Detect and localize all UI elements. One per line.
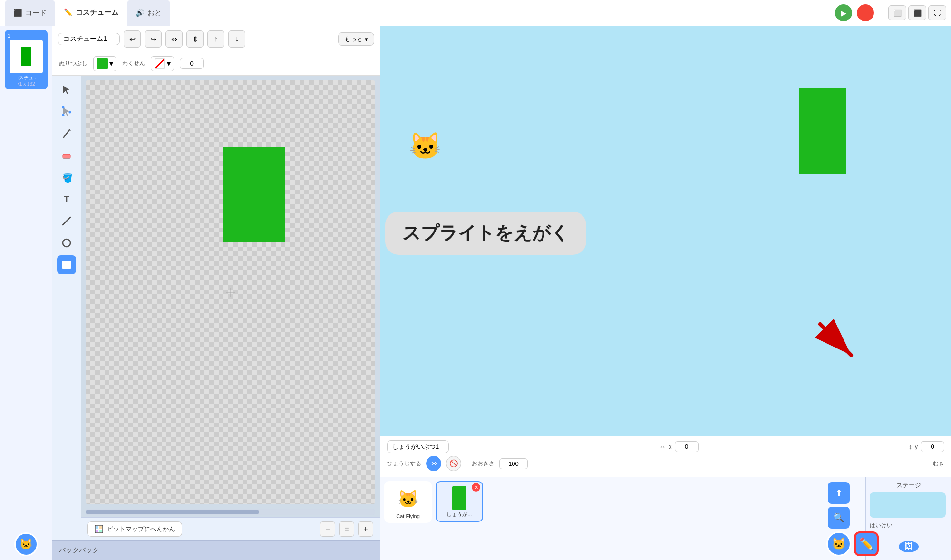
sprite-name-input[interactable] — [387, 440, 449, 453]
layout-split-button[interactable]: ⬜ — [888, 5, 906, 20]
add-costume-button[interactable]: 🐱 — [14, 532, 38, 556]
tools-sidebar: 🪣 T — [52, 76, 81, 540]
vis-label: ひょうじする — [387, 460, 421, 468]
canvas-bottom-bar: ビットマップにへんかん − = + — [81, 517, 380, 540]
sprite-card-obstacle[interactable]: ✕ しょうが... — [436, 481, 483, 522]
costume-item[interactable]: 1 コスチュ... 71 x 132 — [5, 30, 48, 89]
flip-v-button[interactable]: ⇕ — [186, 30, 204, 48]
svg-rect-17 — [99, 526, 102, 529]
sound-icon: 🔊 — [136, 9, 145, 17]
bottom-sprite-area: 🐱 Cat Flying ✕ しょうが... ⬆ 🔍 — [380, 477, 951, 560]
stage-thumb[interactable] — [870, 492, 946, 518]
stroke-icon — [154, 58, 165, 69]
fill-color-swatch — [97, 58, 108, 69]
sprite-card-cat[interactable]: 🐱 Cat Flying — [384, 481, 432, 523]
tab-sound-label: おと — [147, 9, 162, 18]
stroke-color-button[interactable]: ▾ — [151, 56, 174, 71]
canvas-inner[interactable] — [86, 80, 375, 504]
move-up-button[interactable]: ↑ — [207, 30, 224, 48]
sprite-cat-name: Cat Flying — [396, 513, 420, 519]
callout-bubble: スプライトをえがく — [385, 212, 586, 255]
add-sprite-button[interactable]: 🐱 — [826, 531, 851, 556]
costume-thumbnail — [10, 40, 43, 73]
circle-tool[interactable] — [57, 233, 76, 252]
svg-text:🪣: 🪣 — [62, 173, 72, 183]
costume-number: 1 — [8, 33, 10, 39]
fill-color-button[interactable]: ▾ — [93, 56, 116, 71]
canvas-area: ビットマップにへんかん − = + — [81, 76, 380, 540]
fill-tool[interactable]: 🪣 — [57, 168, 76, 187]
text-tool[interactable]: T — [57, 190, 76, 209]
bitmap-convert-button[interactable]: ビットマップにへんかん — [87, 521, 182, 537]
green-flag-button[interactable] — [835, 4, 852, 21]
green-rect-drawing — [223, 147, 285, 242]
tab-costume-label: コスチューム — [76, 8, 118, 17]
svg-rect-7 — [63, 154, 70, 158]
hide-sprite-button[interactable]: 🚫 — [446, 456, 461, 471]
coord-group-y: ↕ y — [909, 441, 944, 452]
edit-sprite-button[interactable]: ✏️ — [854, 531, 879, 556]
show-sprite-button[interactable]: 👁 — [426, 456, 441, 471]
eraser-tool[interactable] — [57, 146, 76, 165]
y-value-input[interactable] — [921, 441, 944, 452]
svg-line-10 — [63, 217, 70, 225]
svg-rect-19 — [99, 530, 102, 532]
svg-rect-18 — [96, 530, 98, 532]
x-value-input[interactable] — [675, 441, 699, 452]
color-section: ぬりつぶし ▾ わくせん ▾ — [52, 52, 380, 75]
main-area: 1 コスチュ... 71 x 132 🐱 — [0, 26, 951, 560]
svg-rect-16 — [96, 526, 98, 529]
zoom-in-button[interactable]: + — [358, 521, 373, 537]
bitmap-btn-label: ビットマップにへんかん — [107, 525, 175, 533]
more-button[interactable]: もっと ▾ — [338, 32, 374, 46]
tab-code[interactable]: ⬛ コード — [5, 0, 55, 26]
backdrop-val: 2 — [870, 531, 947, 537]
backdrop-label: はいけい — [870, 521, 947, 530]
zoom-out-button[interactable]: − — [320, 521, 335, 537]
rect-tool[interactable] — [57, 255, 76, 274]
stroke-label: わくせん — [122, 59, 145, 68]
sprites-scroll: 🐱 Cat Flying ✕ しょうが... — [380, 477, 865, 560]
reshape-tool[interactable] — [57, 102, 76, 121]
tab-costume[interactable]: ✏️ コスチューム — [55, 0, 127, 26]
canvas-h-scrollbar[interactable] — [86, 509, 375, 515]
size-input[interactable] — [499, 458, 528, 469]
coord-group-x: ↔ x — [660, 441, 699, 452]
pencil-tool[interactable] — [57, 124, 76, 143]
svg-line-5 — [64, 130, 69, 137]
redo-button[interactable]: ↪ — [145, 30, 162, 48]
sprite-obstacle-name: しょうが... — [446, 511, 472, 518]
outline-value-input[interactable] — [180, 58, 204, 69]
red-stop-button[interactable] — [857, 4, 874, 21]
costume-green-shape — [21, 47, 31, 66]
stage-panel: 🐱 スプライトをえがく — [380, 26, 951, 560]
zoom-reset-button[interactable]: = — [339, 521, 354, 537]
sprite-obstacle-delete-button[interactable]: ✕ — [472, 483, 480, 492]
sprite-cat-image: 🐱 — [398, 485, 419, 513]
code-icon: ⬛ — [13, 9, 22, 17]
move-down-button[interactable]: ↓ — [228, 30, 245, 48]
costume-name-input[interactable] — [58, 33, 120, 45]
fullscreen-button[interactable]: ⛶ — [928, 5, 946, 20]
stroke-dropdown-icon: ▾ — [167, 59, 171, 68]
svg-point-3 — [62, 114, 65, 116]
add-backdrop-button[interactable]: 🖼 — [899, 541, 919, 553]
paint-panel: 1 コスチュ... 71 x 132 🐱 — [0, 26, 380, 560]
flip-h-button[interactable]: ⇔ — [165, 30, 183, 48]
line-tool[interactable] — [57, 212, 76, 231]
backpack-bar[interactable]: バックパック — [52, 540, 380, 560]
tab-sound[interactable]: 🔊 おと — [127, 0, 170, 26]
search-sprite-button[interactable]: 🔍 — [828, 507, 850, 529]
cat-sprite[interactable]: 🐱 — [409, 131, 442, 162]
upload-sprite-button[interactable]: ⬆ — [828, 482, 850, 504]
stage-obstacle — [799, 88, 846, 174]
sprite-obstacle-thumb — [443, 485, 476, 511]
select-tool[interactable] — [57, 80, 76, 99]
canvas-background — [86, 80, 375, 504]
canvas-scroll-thumb — [86, 510, 259, 514]
layout-stage-button[interactable]: ⬛ — [908, 5, 926, 20]
undo-button[interactable]: ↩ — [124, 30, 141, 48]
sprite-controls: ↔ x ↕ y ひょうじする 👁 🚫 おおきさ — [380, 436, 951, 477]
red-arrow — [815, 319, 858, 362]
stage-area: 🐱 スプライトをえがく — [380, 26, 951, 436]
